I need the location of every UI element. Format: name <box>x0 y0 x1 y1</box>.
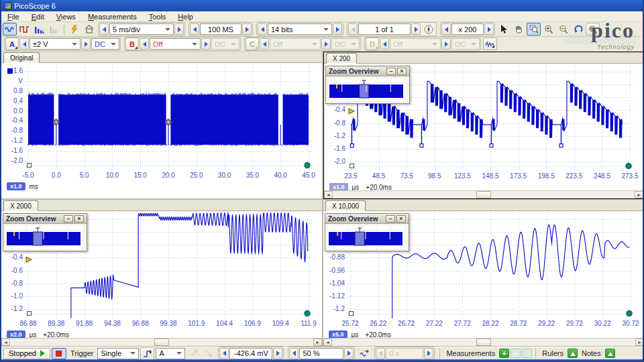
channel-a-range-select[interactable]: ±2 V <box>30 38 80 50</box>
close-icon[interactable]: × <box>396 215 406 223</box>
zoom-overview-canvas[interactable] <box>327 226 404 249</box>
title-bar[interactable]: PicoScope 6 <box>1 0 643 11</box>
minimize-icon[interactable]: – <box>386 215 395 223</box>
window-bottom-border <box>1 359 643 362</box>
zoom-overview-canvas[interactable] <box>5 226 82 249</box>
chevron-down-icon <box>351 43 356 46</box>
horizontal-scrollbar[interactable]: ◄► <box>1 338 322 346</box>
samples-field[interactable]: 100 MS <box>200 23 241 35</box>
channel-c-range-next[interactable] <box>321 38 331 50</box>
tab-x-10-000[interactable]: X 10,000 <box>325 200 366 211</box>
resolution-next-button[interactable] <box>333 23 342 35</box>
samples-prev-button[interactable] <box>190 23 199 35</box>
scroll-thumb[interactable] <box>476 191 491 198</box>
zoom-overview-titlebar[interactable]: Zoom Overview–× <box>325 214 409 224</box>
zoom-field[interactable]: x 200 <box>451 23 484 35</box>
zoom-overview-titlebar[interactable]: Zoom Overview–× <box>3 214 87 224</box>
menu-measurements[interactable]: Measurements <box>82 11 143 22</box>
stop-button[interactable] <box>52 348 66 359</box>
x-axis-label: 148.5 <box>482 172 498 180</box>
minimize-icon[interactable]: – <box>386 68 396 75</box>
resolution-select[interactable]: 14 bits <box>268 23 332 35</box>
page-field[interactable]: 1 of 1 <box>358 23 411 35</box>
trigger-position-button[interactable] <box>358 347 372 360</box>
trigger-source-select[interactable]: A <box>156 348 185 359</box>
channel-b-range-select[interactable]: Off <box>150 38 201 50</box>
minimize-icon[interactable]: – <box>64 215 73 223</box>
spectrum-view-button[interactable] <box>32 23 46 36</box>
scroll-left-button[interactable]: ◄ <box>324 191 333 198</box>
page-next-button[interactable] <box>411 23 421 35</box>
channel-d-range-prev[interactable] <box>380 38 389 50</box>
zoom-prev-button[interactable] <box>441 23 451 35</box>
scroll-track[interactable] <box>332 339 635 346</box>
horizontal-scrollbar[interactable]: ◄► <box>323 338 644 346</box>
menu-edit[interactable]: Edit <box>25 11 50 22</box>
delay-up[interactable] <box>424 348 433 359</box>
page-prev-button[interactable] <box>348 23 358 35</box>
scroll-left-button[interactable]: ◄ <box>1 339 10 346</box>
scroll-left-button[interactable]: ◄ <box>323 339 332 346</box>
waveform-canvas[interactable] <box>25 64 313 170</box>
horizontal-scrollbar[interactable]: ◄► <box>324 190 643 198</box>
scroll-right-button[interactable]: ► <box>635 191 643 198</box>
run-stop-button[interactable]: Stopped <box>3 348 50 359</box>
add-measurement-button[interactable]: + <box>499 349 509 358</box>
trigger-level-up[interactable] <box>273 348 282 359</box>
zoom-overview-titlebar[interactable]: Zoom Overview–× <box>326 66 409 76</box>
rulers-toggle-button[interactable] <box>568 349 578 358</box>
trigger-edge-button[interactable] <box>140 347 154 360</box>
pre-trigger-down[interactable] <box>289 348 299 359</box>
channel-a-range-next[interactable] <box>81 38 91 50</box>
channel-b-button[interactable]: B <box>125 38 139 50</box>
trigger-level-down[interactable] <box>219 348 229 359</box>
persistence-view-button[interactable] <box>17 23 32 36</box>
tab-x-200[interactable]: X 200 <box>326 53 357 64</box>
menu-help[interactable]: Help <box>172 11 199 22</box>
home-button[interactable] <box>82 23 96 36</box>
marquee-zoom-tool-button[interactable] <box>527 23 541 36</box>
channel-c-button[interactable]: C <box>246 38 259 50</box>
tab-x-2000[interactable]: X 2000 <box>3 200 38 211</box>
y-axis-label: -0.4 <box>1 117 23 124</box>
channel-c-range-prev[interactable] <box>260 38 269 50</box>
channel-b-range-next[interactable] <box>201 38 211 50</box>
tab-original[interactable]: Original <box>3 52 40 63</box>
notes-toggle-button[interactable] <box>605 349 615 358</box>
buffer-navigator-button[interactable] <box>421 23 435 36</box>
timebase-next-button[interactable] <box>174 23 184 35</box>
hand-tool-button[interactable] <box>512 23 526 36</box>
timebase-select[interactable]: 5 ms/div <box>109 23 174 35</box>
scroll-right-button[interactable]: ► <box>635 339 644 346</box>
channel-d-range-next[interactable] <box>441 38 451 50</box>
timebase-prev-button[interactable] <box>99 23 109 35</box>
channel-b-range-prev[interactable] <box>140 38 149 50</box>
channel-d-button[interactable]: D <box>366 38 379 50</box>
channel-a-coupling-select[interactable]: DC <box>91 38 119 50</box>
zoom-in-tool-button[interactable] <box>541 23 555 36</box>
zoom-next-button[interactable] <box>484 23 494 35</box>
scope-view-button[interactable] <box>3 23 17 36</box>
pointer-tool-button[interactable] <box>497 23 511 36</box>
trigger-level-field[interactable]: -426.4 mV <box>229 348 272 359</box>
auto-setup-button[interactable] <box>67 23 81 36</box>
scroll-track[interactable] <box>333 191 635 198</box>
scroll-track[interactable] <box>10 339 313 346</box>
channel-a-range-prev[interactable] <box>19 38 29 50</box>
menu-file[interactable]: File <box>1 11 25 22</box>
samples-next-button[interactable] <box>242 23 252 35</box>
pre-trigger-up[interactable] <box>344 348 354 359</box>
scroll-right-button[interactable]: ► <box>313 339 322 346</box>
close-icon[interactable]: × <box>74 215 84 223</box>
zoom-overview-canvas[interactable] <box>328 78 405 101</box>
channel-a-button[interactable]: A <box>5 38 19 50</box>
menu-views[interactable]: Views <box>50 11 82 22</box>
math-channels-button[interactable] <box>483 38 497 50</box>
resolution-prev-button[interactable] <box>258 23 267 35</box>
scroll-thumb[interactable] <box>154 339 169 346</box>
close-icon[interactable]: × <box>397 68 407 75</box>
menu-tools[interactable]: Tools <box>143 11 172 22</box>
trigger-mode-select[interactable]: Single <box>97 348 139 359</box>
pre-trigger-field[interactable]: 50 % <box>299 348 343 359</box>
scroll-thumb[interactable] <box>476 339 491 346</box>
